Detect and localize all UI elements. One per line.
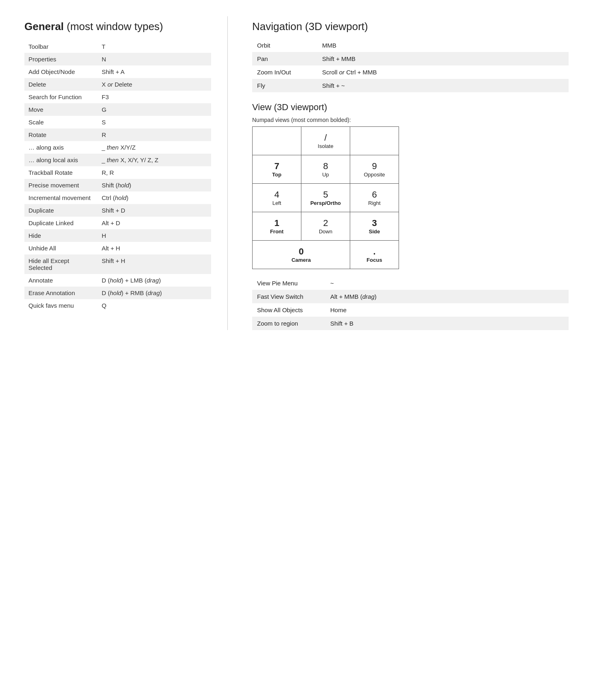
shortcut-action: … along local axis xyxy=(24,154,98,166)
table-row: Trackball RotateR, R xyxy=(24,166,211,179)
shortcut-key: S xyxy=(98,116,211,128)
numpad-cell: 9Opposite xyxy=(350,155,399,184)
shortcut-key: Shift (hold) xyxy=(98,179,211,191)
numpad-focus-cell: .Focus xyxy=(350,241,399,269)
shortcut-action: Trackball Rotate xyxy=(24,166,98,179)
nav-shortcuts-table: OrbitMMBPanShift + MMBZoom In/OutScroll … xyxy=(252,39,569,92)
shortcut-action: Unhide All xyxy=(24,242,98,254)
general-shortcuts-table: ToolbarTPropertiesNAdd Object/NodeShift … xyxy=(24,40,211,312)
shortcut-key: R xyxy=(98,128,211,141)
nav-title: Navigation (3D viewport) xyxy=(252,20,569,33)
nav-key: Scroll or Ctrl + MMB xyxy=(317,65,569,79)
shortcut-action: Rotate xyxy=(24,128,98,141)
table-row: Duplicate LinkedAlt + D xyxy=(24,217,211,229)
view-action: View Pie Menu xyxy=(252,276,325,290)
table-row: FlyShift + ~ xyxy=(252,79,569,92)
table-row: PropertiesN xyxy=(24,53,211,65)
numpad-cell: 7Top xyxy=(253,155,301,184)
shortcut-action: Move xyxy=(24,103,98,116)
nav-key: MMB xyxy=(317,39,569,52)
shortcut-action: Annotate xyxy=(24,274,98,287)
table-row: AnnotateD (hold) + LMB (drag) xyxy=(24,274,211,287)
shortcut-key: Shift + A xyxy=(98,65,211,78)
left-column: General (most window types) ToolbarTProp… xyxy=(24,16,228,330)
nav-action: Fly xyxy=(252,79,317,92)
shortcut-action: Incremental movement xyxy=(24,191,98,204)
numpad-cell: 4Left xyxy=(253,184,301,212)
shortcut-key: G xyxy=(98,103,211,116)
numpad-slash-cell: /Isolate xyxy=(301,127,350,155)
table-row: Unhide AllAlt + H xyxy=(24,242,211,254)
nav-action: Zoom In/Out xyxy=(252,65,317,79)
table-row: DuplicateShift + D xyxy=(24,204,211,217)
table-row: ScaleS xyxy=(24,116,211,128)
view-key: Shift + B xyxy=(325,317,569,330)
shortcut-key: D (hold) + LMB (drag) xyxy=(98,274,211,287)
table-row: Add Object/NodeShift + A xyxy=(24,65,211,78)
table-row: Show All ObjectsHome xyxy=(252,303,569,317)
shortcut-key: Shift + D xyxy=(98,204,211,217)
view-shortcuts-table: View Pie Menu~Fast View SwitchAlt + MMB … xyxy=(252,276,569,330)
shortcut-key: D (hold) + RMB (drag) xyxy=(98,287,211,299)
shortcut-action: Delete xyxy=(24,78,98,91)
numpad-top-row: /Isolate xyxy=(253,127,399,155)
table-row: Zoom to regionShift + B xyxy=(252,317,569,330)
numpad-subtitle: Numpad views (most common bolded): xyxy=(252,117,569,123)
shortcut-action: Scale xyxy=(24,116,98,128)
general-title-normal: (most window types) xyxy=(64,20,163,33)
right-column: Navigation (3D viewport) OrbitMMBPanShif… xyxy=(228,16,569,330)
shortcut-action: Precise movement xyxy=(24,179,98,191)
shortcut-action: Duplicate Linked xyxy=(24,217,98,229)
numpad-cell: 2Down xyxy=(301,212,350,241)
table-row: Precise movementShift (hold) xyxy=(24,179,211,191)
table-row: ToolbarT xyxy=(24,40,211,53)
nav-action: Orbit xyxy=(252,39,317,52)
view-key: Alt + MMB (drag) xyxy=(325,290,569,303)
view-key: ~ xyxy=(325,276,569,290)
main-layout: General (most window types) ToolbarTProp… xyxy=(24,16,569,330)
numpad-cell: 5Persp/Ortho xyxy=(301,184,350,212)
numpad-empty xyxy=(350,127,399,155)
view-action: Show All Objects xyxy=(252,303,325,317)
view-title: View (3D viewport) xyxy=(252,102,569,113)
numpad-row: 1Front2Down3Side xyxy=(253,212,399,241)
nav-action: Pan xyxy=(252,52,317,65)
shortcut-action: Add Object/Node xyxy=(24,65,98,78)
table-row: DeleteX or Delete xyxy=(24,78,211,91)
shortcut-key: F3 xyxy=(98,91,211,103)
shortcut-key: _ then X, X/Y, Y/ Z, Z xyxy=(98,154,211,166)
shortcut-key: X or Delete xyxy=(98,78,211,91)
table-row: Search for FunctionF3 xyxy=(24,91,211,103)
numpad-camera-cell: 0Camera xyxy=(253,241,350,269)
table-row: PanShift + MMB xyxy=(252,52,569,65)
view-action: Zoom to region xyxy=(252,317,325,330)
table-row: View Pie Menu~ xyxy=(252,276,569,290)
shortcut-action: Duplicate xyxy=(24,204,98,217)
shortcut-action: Quick favs menu xyxy=(24,299,98,312)
table-row: Fast View SwitchAlt + MMB (drag) xyxy=(252,290,569,303)
table-row: MoveG xyxy=(24,103,211,116)
table-row: RotateR xyxy=(24,128,211,141)
shortcut-key: H xyxy=(98,229,211,242)
numpad-cell: 3Side xyxy=(350,212,399,241)
general-title-bold: General xyxy=(24,20,64,33)
shortcut-key: Alt + H xyxy=(98,242,211,254)
table-row: … along local axis_ then X, X/Y, Y/ Z, Z xyxy=(24,154,211,166)
table-row: Zoom In/OutScroll or Ctrl + MMB xyxy=(252,65,569,79)
shortcut-action: Hide xyxy=(24,229,98,242)
shortcut-key: Q xyxy=(98,299,211,312)
view-key: Home xyxy=(325,303,569,317)
shortcut-action: Search for Function xyxy=(24,91,98,103)
table-row: OrbitMMB xyxy=(252,39,569,52)
table-row: Incremental movementCtrl (hold) xyxy=(24,191,211,204)
numpad-empty xyxy=(253,127,301,155)
shortcut-key: _ then X/Y/Z xyxy=(98,141,211,154)
nav-key: Shift + MMB xyxy=(317,52,569,65)
shortcut-action: Hide all Except Selected xyxy=(24,254,98,274)
shortcut-action: Properties xyxy=(24,53,98,65)
numpad-cell: 1Front xyxy=(253,212,301,241)
general-title: General (most window types) xyxy=(24,20,211,33)
numpad-row-4: 0Camera.Focus xyxy=(253,241,399,269)
shortcut-key: N xyxy=(98,53,211,65)
nav-key: Shift + ~ xyxy=(317,79,569,92)
